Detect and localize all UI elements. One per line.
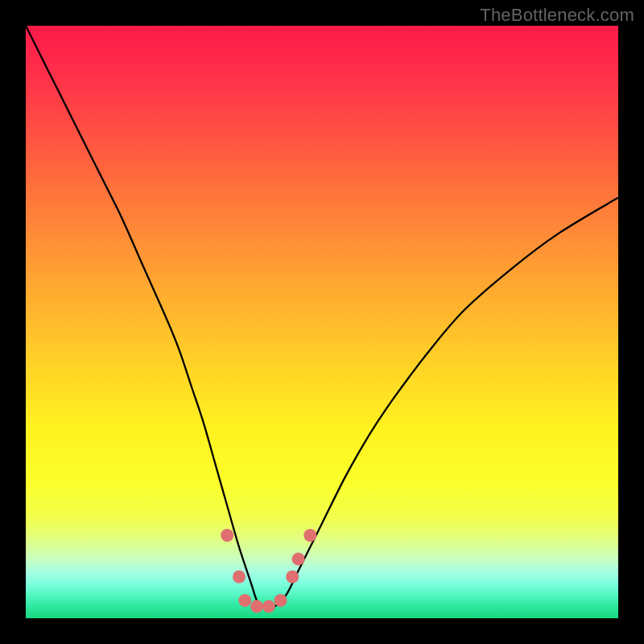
curve-marker [250,600,263,613]
marker-group [221,529,316,613]
curve-marker [275,594,287,607]
curve-marker [286,571,299,584]
chart-frame: TheBottleneck.com [0,0,644,644]
curve-marker [238,594,251,607]
bottleneck-curve [26,26,618,608]
curve-marker [292,552,305,565]
plot-area [26,26,618,618]
curve-marker [233,571,246,584]
curve-marker [262,600,275,613]
watermark-text: TheBottleneck.com [480,5,634,26]
curve-marker [303,529,316,542]
curve-marker [221,529,233,542]
chart-svg [26,26,618,618]
